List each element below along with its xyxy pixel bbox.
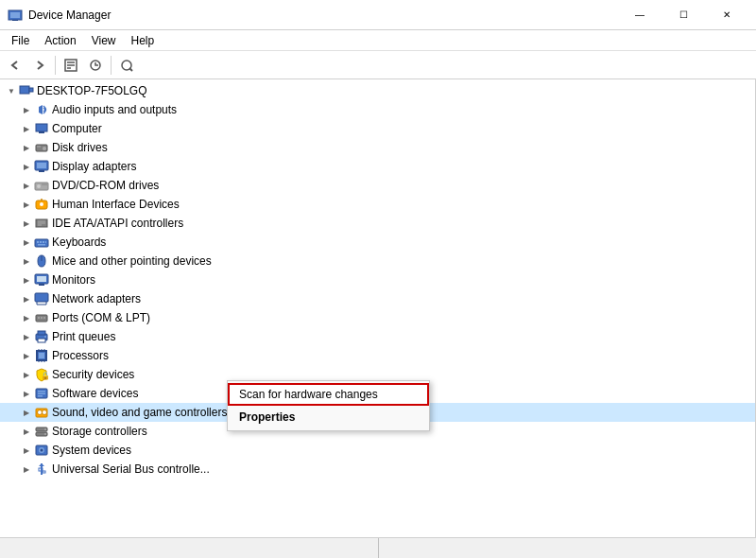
- back-button[interactable]: [4, 54, 26, 77]
- storage-label: Storage controllers: [52, 425, 147, 438]
- dvd-expand-icon[interactable]: ▶: [19, 176, 34, 195]
- maximize-button[interactable]: ☐: [662, 0, 705, 30]
- usb-expand-icon[interactable]: ▶: [19, 460, 34, 479]
- tree-item-system[interactable]: ▶ System devices: [0, 441, 755, 460]
- ctx-properties-item[interactable]: Properties: [228, 406, 429, 428]
- svg-rect-2: [12, 20, 18, 21]
- disk-expand-icon[interactable]: ▶: [19, 138, 34, 157]
- tree-item-network[interactable]: ▶ Network adapters: [0, 289, 755, 308]
- svg-marker-11: [39, 105, 43, 114]
- svg-point-51: [44, 336, 46, 338]
- ide-expand-icon[interactable]: ▶: [19, 214, 34, 233]
- tree-item-disk[interactable]: ▶ Disk drives: [0, 138, 755, 157]
- tree-item-monitors[interactable]: ▶ Monitors: [0, 270, 755, 289]
- svg-point-66: [38, 410, 43, 415]
- status-section-1: [4, 538, 379, 558]
- print-expand-icon[interactable]: ▶: [19, 327, 34, 346]
- minimize-button[interactable]: —: [618, 0, 662, 30]
- tree-item-computer[interactable]: ▶ Computer: [0, 119, 755, 138]
- processors-icon: [34, 348, 49, 363]
- root-computer-icon: [19, 83, 34, 98]
- tree-item-display[interactable]: ▶ Display adapters: [0, 157, 755, 176]
- mice-expand-icon[interactable]: ▶: [19, 252, 34, 270]
- monitors-label: Monitors: [52, 273, 95, 287]
- tree-item-ide[interactable]: ▶ IDE ATA/ATAPI controllers: [0, 214, 755, 233]
- audio-label: Audio inputs and outputs: [52, 103, 177, 116]
- svg-rect-31: [37, 241, 39, 243]
- computer-label: Computer: [52, 122, 102, 135]
- svg-point-74: [41, 449, 43, 452]
- tree-item-mice[interactable]: ▶ Mice and other pointing devices: [0, 252, 755, 270]
- usb-label: Universal Serial Bus controlle...: [52, 462, 210, 476]
- audio-expand-icon[interactable]: ▶: [19, 100, 34, 119]
- close-button[interactable]: ✕: [705, 0, 748, 30]
- network-expand-icon[interactable]: ▶: [19, 289, 34, 308]
- toolbar-separator-2: [111, 56, 112, 75]
- ctx-scan-item[interactable]: Scan for hardware changes: [228, 383, 429, 406]
- svg-rect-49: [38, 331, 45, 335]
- monitors-expand-icon[interactable]: ▶: [19, 270, 34, 289]
- usb-icon: [34, 462, 49, 477]
- tree-item-usb[interactable]: ▶ Universal Serial Bus controlle...: [0, 460, 755, 479]
- mice-icon: [34, 253, 49, 269]
- menu-view[interactable]: View: [84, 32, 124, 49]
- tree-root[interactable]: ▼ DESKTOP-7F5OLGQ: [0, 81, 755, 100]
- svg-point-15: [43, 147, 46, 150]
- svg-rect-19: [39, 170, 44, 172]
- menu-file[interactable]: File: [4, 32, 37, 49]
- tree-item-print[interactable]: ▶ Print queues: [0, 327, 755, 346]
- system-icon: [34, 443, 49, 458]
- security-expand-icon[interactable]: ▶: [19, 365, 34, 384]
- root-expand-icon[interactable]: ▼: [4, 81, 19, 100]
- system-expand-icon[interactable]: ▶: [19, 441, 34, 460]
- tree-item-audio[interactable]: ▶ Audio inputs and outputs: [0, 100, 755, 119]
- keyboard-label: Keyboards: [52, 235, 106, 249]
- menu-help[interactable]: Help: [124, 32, 163, 49]
- toolbar: [0, 51, 756, 79]
- scan-button[interactable]: [115, 54, 138, 77]
- svg-rect-32: [40, 241, 42, 243]
- display-expand-icon[interactable]: ▶: [19, 157, 34, 176]
- window-controls: — ☐ ✕: [618, 0, 748, 30]
- keyboard-expand-icon[interactable]: ▶: [19, 233, 34, 252]
- svg-rect-77: [43, 471, 45, 473]
- update-driver-button[interactable]: [84, 54, 107, 77]
- software-icon: [34, 386, 49, 401]
- tree-item-processors[interactable]: ▶ Processors: [0, 346, 755, 365]
- system-label: System devices: [52, 444, 131, 457]
- storage-expand-icon[interactable]: ▶: [19, 422, 34, 441]
- sound-icon: [34, 405, 49, 420]
- sound-expand-icon[interactable]: ▶: [19, 403, 34, 422]
- keyboard-icon: [34, 235, 49, 250]
- properties-button[interactable]: [60, 54, 82, 77]
- svg-rect-18: [37, 163, 46, 168]
- hid-expand-icon[interactable]: ▶: [19, 195, 34, 214]
- main-content: ▼ DESKTOP-7F5OLGQ ▶ Audio inputs and out…: [0, 79, 756, 537]
- tree-item-hid[interactable]: ▶ Human Interface Devices: [0, 195, 755, 214]
- tree-item-ports[interactable]: ▶ Ports (COM & LPT): [0, 308, 755, 327]
- tree-pane[interactable]: ▼ DESKTOP-7F5OLGQ ▶ Audio inputs and out…: [0, 79, 756, 537]
- monitors-icon: [34, 272, 49, 288]
- disk-icon: [34, 140, 49, 155]
- tree-item-keyboard[interactable]: ▶ Keyboards: [0, 233, 755, 252]
- storage-icon: [34, 424, 49, 439]
- forward-button[interactable]: [28, 54, 51, 77]
- software-label: Software devices: [52, 387, 138, 400]
- ide-icon: [34, 216, 49, 231]
- software-expand-icon[interactable]: ▶: [19, 384, 34, 403]
- svg-rect-9: [20, 86, 29, 94]
- processors-expand-icon[interactable]: ▶: [19, 346, 34, 365]
- app-icon: [8, 8, 23, 23]
- menu-action[interactable]: Action: [37, 32, 83, 49]
- svg-rect-39: [39, 284, 44, 286]
- tree-item-dvd[interactable]: ▶ DVD/CD-ROM drives: [0, 176, 755, 195]
- display-icon: [34, 159, 49, 174]
- computer-expand-icon[interactable]: ▶: [19, 119, 34, 138]
- svg-rect-53: [39, 353, 44, 358]
- svg-rect-13: [39, 131, 44, 133]
- context-menu: Scan for hardware changes Properties: [227, 380, 430, 431]
- ports-expand-icon[interactable]: ▶: [19, 308, 34, 327]
- window-title: Device Manager: [28, 9, 618, 22]
- computer-icon: [34, 121, 49, 136]
- network-label: Network adapters: [52, 292, 141, 305]
